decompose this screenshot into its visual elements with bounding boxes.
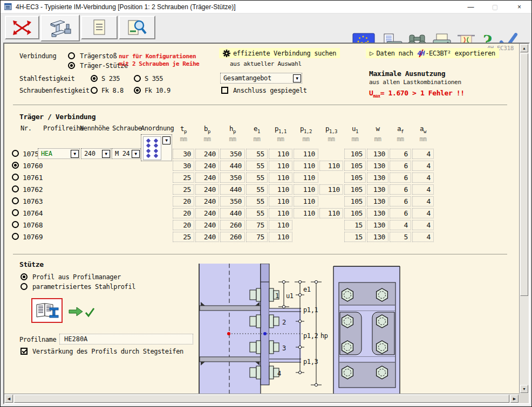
value-cell: 4 — [390, 220, 411, 230]
title-bar[interactable]: 4H-EC3 - Typisierte IM-Verbindung [Posit… — [1, 1, 531, 13]
value-cell: 20 — [173, 220, 194, 230]
row-select-radio[interactable] — [12, 209, 19, 216]
row-number: 10762 — [23, 185, 43, 194]
scroll-up-icon[interactable]: ▲ — [520, 44, 528, 52]
stegsteifen-checkbox[interactable] — [21, 348, 28, 355]
tab-preview[interactable] — [119, 16, 155, 39]
row-number: 10768 — [23, 221, 43, 229]
value-cell — [319, 149, 343, 159]
value-cell: 105 — [344, 184, 366, 195]
radio-traeger-stuetze[interactable] — [68, 62, 75, 69]
value-cell: 105 — [344, 208, 366, 218]
dropdown-arrow-icon[interactable]: ▼ — [162, 136, 170, 144]
value-cell — [319, 196, 343, 206]
row-select-radio[interactable] — [12, 185, 19, 192]
value-cell: 240 — [195, 208, 219, 218]
value-cell: 110 — [294, 196, 318, 206]
radio-param-profil[interactable] — [21, 283, 28, 290]
close-button[interactable]: × — [507, 1, 531, 13]
dropdown-arrow-icon[interactable]: ▼ — [132, 150, 140, 158]
value-cell: 75 — [246, 232, 268, 242]
value-cell: 110 — [294, 161, 318, 171]
minimize-button[interactable]: — — [459, 1, 483, 13]
unit-label: mm — [195, 135, 219, 143]
stuetze-section-title: Stütze — [19, 260, 44, 268]
table-row: 10764202404405511011011010513064 — [4, 208, 519, 219]
row-select-radio[interactable] — [12, 162, 19, 169]
angebot-dropdown[interactable]: Gesamtangebot ▼ — [220, 73, 302, 84]
vertical-scrollbar[interactable]: ▲ ▼ — [519, 44, 529, 394]
radio-s355[interactable] — [134, 75, 141, 82]
export-button[interactable]: ▷ Daten nach 4H-EC3BT² exportieren — [366, 48, 499, 58]
profilmanager-button[interactable] — [31, 298, 63, 323]
value-cell: 260 — [220, 220, 245, 230]
column-header: p1,3 — [319, 125, 343, 134]
value-cell: 55 — [246, 173, 268, 183]
radio-s235[interactable] — [91, 75, 98, 82]
row-dropdown[interactable]: 240▼ — [81, 148, 111, 159]
vscroll-thumb[interactable] — [520, 53, 528, 296]
row-select-radio[interactable] — [12, 221, 19, 228]
radio-profilmanager[interactable] — [21, 273, 28, 280]
dropdown-arrow-icon[interactable]: ▼ — [71, 150, 79, 158]
value-cell: 110 — [294, 184, 318, 195]
main-panel: 4H-EC318 Verbindung Trägerstoß Träger-St… — [3, 43, 530, 404]
dropdown-arrow-icon[interactable]: ▼ — [102, 150, 110, 158]
row-select-radio[interactable] — [12, 197, 19, 204]
tab-document[interactable] — [81, 16, 118, 39]
exit-button[interactable] — [5, 16, 39, 39]
tab-connection-input[interactable] — [40, 15, 80, 42]
value-cell: 350 — [220, 173, 245, 183]
value-cell: 25 — [173, 232, 194, 242]
table-section-title: Träger / Verbindung — [19, 113, 96, 121]
profilname-input[interactable] — [59, 334, 193, 344]
value-cell — [319, 232, 343, 242]
row-select-radio[interactable] — [12, 150, 19, 157]
efficient-search-button[interactable]: effiziente Verbindung suchen — [219, 48, 340, 58]
value-cell: 110 — [269, 232, 292, 242]
fk109-label: Fk 10.9 — [145, 87, 170, 94]
table-row: 10760302404405511011011010513064 — [4, 160, 519, 172]
scroll-left-icon[interactable]: ◀ — [5, 395, 13, 403]
value-cell: 15 — [344, 232, 366, 242]
value-cell: 130 — [367, 149, 388, 159]
unit-label: mm — [173, 135, 194, 143]
apply-arrow-check-icon — [68, 306, 96, 319]
app-icon — [4, 3, 12, 11]
value-cell: 130 — [367, 184, 388, 195]
dropdown-arrow-icon[interactable]: ▼ — [293, 74, 301, 82]
schrauben-label: Schraubenfestigkeit — [19, 87, 90, 94]
value-cell: 4 — [412, 220, 434, 230]
value-cell: 110 — [319, 161, 343, 171]
value-cell: 110 — [269, 196, 292, 206]
search-button-label: effiziente Verbindung suchen — [233, 50, 336, 57]
steel-beam-bolt-icon — [49, 19, 72, 37]
horizontal-scrollbar[interactable]: ◀ ▶ — [4, 394, 519, 403]
row-dropdown[interactable]: HEA▼ — [38, 148, 80, 159]
value-cell: 130 — [367, 196, 388, 206]
mirror-checkbox[interactable] — [221, 87, 228, 94]
value-cell: 110 — [269, 173, 292, 183]
row-dropdown[interactable]: M 24▼ — [112, 148, 141, 159]
svg-text:p1,2: p1,2 — [303, 332, 318, 340]
radio-fk88[interactable] — [91, 87, 98, 94]
value-cell: 240 — [195, 184, 219, 195]
value-cell: 4 — [412, 149, 434, 159]
play-icon: ▷ — [370, 49, 373, 57]
max-title: Maximale Ausnutzung — [369, 70, 445, 78]
value-cell: 260 — [220, 232, 245, 242]
hscroll-thumb[interactable] — [14, 395, 509, 403]
value-cell: 30 — [173, 149, 194, 159]
scroll-down-icon[interactable]: ▼ — [520, 385, 528, 393]
row-select-radio[interactable] — [12, 174, 19, 181]
svg-text:e1: e1 — [303, 286, 311, 293]
value-cell — [319, 220, 343, 230]
exit-crossed-arrows-icon — [12, 19, 32, 36]
radio-traegerstoss[interactable] — [68, 52, 75, 59]
row-select-radio[interactable] — [12, 233, 19, 240]
scroll-right-icon[interactable]: ▶ — [510, 395, 519, 403]
radio-fk109[interactable] — [134, 87, 141, 94]
maximize-button[interactable]: ▢ — [483, 1, 507, 13]
umax-result: Umax= 1.670 > 1 Fehler !! — [369, 89, 465, 99]
value-cell: 4 — [412, 173, 434, 183]
